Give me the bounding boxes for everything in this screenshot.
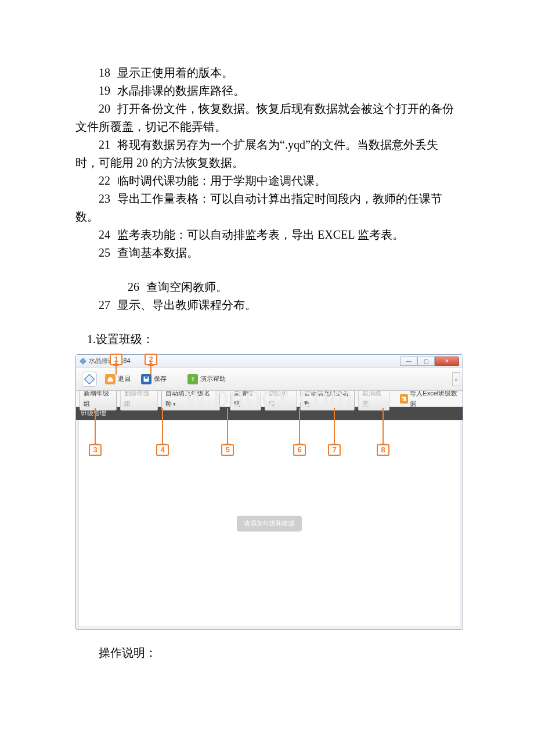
- secondary-toolbar: 新增年级组 删除年级组 自动填充年级名称 新增班级 删除班级 自动填充班级名称 …: [76, 391, 463, 407]
- save-button[interactable]: 保存: [139, 373, 169, 386]
- svg-rect-3: [145, 376, 148, 379]
- callout-arrow: [162, 408, 163, 444]
- help-button[interactable]: ? 演示帮助: [185, 373, 228, 386]
- list-item: 21将现有数据另存为一个扩展名为“.yqd”的文件。当数据意外丢失时，可能用 2…: [75, 136, 459, 172]
- list-item: 27显示、导出教师课程分布。: [75, 296, 459, 314]
- item-number: 20: [99, 100, 110, 118]
- save-icon: [141, 374, 151, 384]
- callout-6: 6: [293, 444, 306, 456]
- callout-arrow: [383, 408, 384, 444]
- svg-marker-0: [80, 358, 86, 364]
- item-text: 查询空闲教师。: [146, 280, 228, 293]
- item-text: 打开备份文件，恢复数据。恢复后现有数据就会被这个打开的备份文件所覆盖，切记不能弄…: [75, 102, 454, 133]
- svg-text:?: ?: [191, 377, 194, 382]
- item-text: 查询基本数据。: [117, 246, 199, 259]
- item-number: 19: [99, 82, 110, 100]
- callout-arrow: [150, 365, 151, 375]
- item-text: 临时调代课功能：用于学期中途调代课。: [117, 174, 326, 187]
- list-item: 26查询空闲教师。: [75, 278, 459, 296]
- import-excel-label: 导入Excel班级数据: [410, 388, 459, 408]
- minimize-button[interactable]: —: [400, 357, 417, 366]
- item-text: 将现有数据另存为一个扩展名为“.yqd”的文件。当数据意外丢失时，可能用 20 …: [75, 138, 438, 169]
- callout-4: 4: [156, 444, 169, 456]
- list-item: 23导出工作量表格：可以自动计算出指定时间段内，教师的任课节数。: [75, 190, 459, 226]
- callout-8: 8: [377, 444, 389, 456]
- save-label: 保存: [154, 374, 167, 384]
- item-number: 18: [99, 64, 110, 82]
- callout-3: 3: [89, 444, 102, 456]
- item-text: 导出工作量表格：可以自动计算出指定时间段内，教师的任课节数。: [75, 192, 442, 223]
- item-text: 监考表功能：可以自动排监考表，导出 EXCEL 监考表。: [117, 228, 404, 241]
- item-number: 27: [99, 296, 110, 314]
- item-number: 24: [99, 226, 110, 244]
- panel-header-label: 班级管理: [81, 408, 106, 418]
- import-excel-button[interactable]: 导入Excel班级数据: [400, 388, 459, 408]
- list-item: 22临时调代课功能：用于学期中途调代课。: [75, 172, 459, 190]
- close-button[interactable]: ✕: [435, 357, 459, 366]
- item-number: 22: [99, 172, 110, 190]
- empty-placeholder: 请添加年级和班级: [237, 516, 302, 531]
- app-logo: [82, 372, 97, 387]
- item-text: 显示、导出教师课程分布。: [117, 298, 257, 311]
- window-buttons: — ▢ ✕: [400, 357, 459, 366]
- svg-marker-1: [85, 374, 95, 384]
- item-number: 23: [99, 190, 110, 208]
- help-icon: ?: [187, 374, 198, 384]
- content-area: 请添加年级和班级: [78, 420, 460, 627]
- window-titlebar: 水晶排课10.84 — ▢ ✕: [76, 355, 463, 368]
- item-number: 26: [128, 278, 139, 296]
- list-item: 18显示正使用着的版本。: [75, 64, 459, 82]
- list-item: 24监考表功能：可以自动排监考表，导出 EXCEL 监考表。: [75, 226, 459, 244]
- item-number: 25: [99, 244, 110, 262]
- toolbar-overflow[interactable]: »: [452, 372, 460, 386]
- list-item: 25查询基本数据。: [75, 244, 459, 262]
- back-button[interactable]: 退回: [103, 373, 133, 386]
- list-item: 20打开备份文件，恢复数据。恢复后现有数据就会被这个打开的备份文件所覆盖，切记不…: [75, 100, 459, 136]
- maximize-button[interactable]: ▢: [417, 357, 435, 366]
- section-heading: 1.设置班级：: [75, 330, 459, 348]
- app-screenshot: w.bdocx.com 水晶排课10.84 — ▢ ✕ 退回 保存 ? 演示帮助…: [75, 354, 463, 630]
- callout-arrow: [299, 408, 300, 444]
- callout-arrow: [116, 365, 117, 375]
- callout-arrow: [227, 408, 228, 444]
- callout-7: 7: [328, 444, 341, 456]
- main-toolbar: 退回 保存 ? 演示帮助 »: [76, 368, 463, 391]
- callout-arrow: [95, 408, 96, 444]
- post-caption: 操作说明：: [75, 644, 459, 662]
- excel-icon: [400, 394, 409, 404]
- back-label: 退回: [118, 374, 131, 384]
- item-number: 21: [99, 136, 110, 154]
- home-icon: [105, 374, 116, 384]
- app-icon: [80, 358, 86, 365]
- list-item: 19水晶排课的数据库路径。: [75, 82, 459, 100]
- item-text: 水晶排课的数据库路径。: [117, 84, 245, 97]
- callout-5: 5: [221, 444, 234, 456]
- item-text: 显示正使用着的版本。: [117, 66, 233, 79]
- callout-arrow: [334, 408, 335, 444]
- help-label: 演示帮助: [200, 374, 226, 384]
